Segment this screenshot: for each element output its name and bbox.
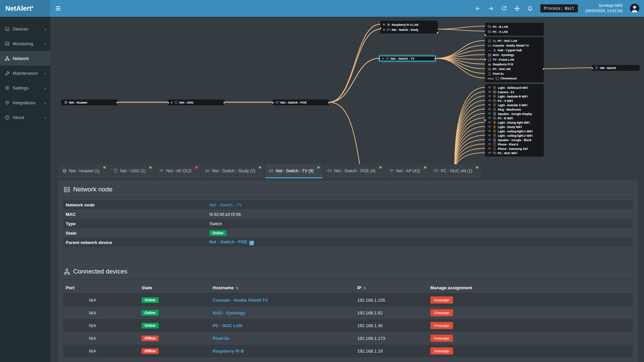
pan-move-button[interactable] [514,6,520,11]
minus-icon [488,49,491,52]
sidebar-item-monitoring[interactable]: Monitoring‹ [0,36,50,51]
topology-device-row[interactable]: Pixel-3a [485,71,543,76]
topology-device-row[interactable]: Light - bedside B WiFi [485,94,543,99]
parent-device-link[interactable]: Net - Switch - POE [209,239,247,244]
sort-icon[interactable]: ⇅ [235,286,238,290]
topology-device-row[interactable]: Console - Nvidia Shield TV [485,43,543,48]
sort-icon[interactable]: ⇅ [363,286,366,290]
notifications-bell-button[interactable] [527,6,533,11]
hostname-header[interactable]: Hostname⇅ [213,285,357,290]
sidebar-item-integrations[interactable]: Integrations‹ [0,95,50,110]
wifi-icon [488,108,491,111]
topology-device-row[interactable]: PC - NUC old [485,67,543,71]
refresh-button[interactable] [501,6,507,11]
ip-header[interactable]: IP⇅ [357,285,430,290]
sidebar-item-settings[interactable]: Settings‹ [0,80,50,95]
topology-device-row[interactable]: 3:Net - Switch - Study [381,27,437,32]
server-info: Synology-NAS (26/06/2024, 14:22:16) [585,3,623,14]
tab-net-usg[interactable]: Net - USG (1) [109,164,154,178]
topology-device-row[interactable]: PC - S LAN [485,29,543,34]
switch-icon [327,169,332,173]
tab-net-switch-poe[interactable]: Net - Switch - POE (4) [323,164,384,178]
topology-device-row[interactable]: Camera - E1 [485,90,543,94]
tab-pc-nuc-old[interactable]: PC - NUC old (1) [430,164,481,178]
topology-node-huawei[interactable]: Net - Huawei [61,100,117,105]
topology-node-usg[interactable]: 3:Net - USG [168,100,224,105]
hostname-link[interactable]: NAS - Synology [213,310,246,315]
node-label: PC - NUC old [493,67,511,71]
process-status-badge[interactable]: Process: Wait [540,4,578,12]
tab-net-ap[interactable]: Net - AP (42) [385,164,429,178]
sidebar-item-maintenance[interactable]: Maintenance‹ [0,66,50,80]
external-link-icon[interactable]: ↗ [249,241,254,245]
app-logo[interactable]: NetAlertx [0,0,50,17]
network-topology-canvas[interactable]: Net - Huawei3:Net - USGNet - Switch - PO… [50,17,644,164]
back-button[interactable] [475,6,481,11]
speaker-icon [493,138,496,142]
network-node-link[interactable]: Net - Switch - TV [209,202,242,207]
unassign-button[interactable]: Unassign [430,335,453,342]
topology-device-row[interactable]: Light - bedside S WiFi [485,103,543,107]
user-avatar[interactable] [630,4,639,13]
tab-net-ap-old[interactable]: Net - AP OLD [155,164,200,178]
topology-device-row[interactable]: Light - ceiling-light-1 WiFi [485,129,543,133]
node-label: PC - B WiFi [498,117,513,120]
hostname-link[interactable]: PC - NUC LAN [213,323,242,328]
topology-device-row[interactable]: Hub - Cygnet Hub [485,48,543,53]
node-label: Net - Switch - Study [392,28,419,32]
sidebar-item-devices[interactable]: Devices‹ [0,21,50,36]
manage-cell: Unassign [430,296,633,304]
topology-device-row[interactable]: Raspberry Pi B [485,62,543,67]
node-label: Phone - Pixel 6 [498,143,518,146]
topology-device-row[interactable]: Light - ceiling-light-2 WiFi [485,133,543,138]
tab-label: Net - AP (42) [396,169,420,173]
unassign-button[interactable]: Unassign [430,347,453,355]
connector [437,32,438,34]
unassign-button[interactable]: Unassign [430,309,453,316]
node-label: Net - Switch - TV [391,57,415,60]
topology-device-row[interactable]: NAS - Synology [485,53,543,57]
sidebar-item-network[interactable]: Network [0,51,50,66]
topology-device-row[interactable]: PC - NUC LAN [485,39,543,43]
tab-net-huawei[interactable]: Net - Huawei (1) [58,164,108,178]
topology-device-row[interactable]: PC - B LAN [485,24,543,29]
chart-icon [5,41,10,46]
state-cell: Online [142,310,213,316]
wifi-icon [488,142,491,146]
topology-device-row[interactable]: 5:Raspberry Pi 4 LAN [381,22,437,27]
state-cell: Online [142,323,213,328]
connector [380,27,381,29]
tab-label: PC - NUC old (1) [441,169,472,173]
unassign-button[interactable]: Unassign [430,296,453,304]
topology-node-switch-tv[interactable]: 4:Net - Switch - TV [379,56,436,61]
forward-button[interactable] [488,6,494,11]
port-header: Port [66,285,142,290]
unassign-button[interactable]: Unassign [430,322,453,329]
sidebar-toggle-button[interactable] [50,0,66,17]
topology-device-row[interactable]: TV - Frame LAN [485,57,543,62]
topology-device-row[interactable]: Light - Dining light WiFi [485,120,543,125]
topology-node-poe[interactable]: Net - Switch - POE [273,100,329,105]
topology-node-vm-nixos[interactable]: VM - NixOS [592,65,640,71]
topology-device-row[interactable]: PC - B WiFi [485,116,543,120]
topology-device-row[interactable]: Phone - Samsung S10 [485,146,543,151]
topology-device-row[interactable]: PC - S WiFi [485,99,543,103]
hostname-link[interactable]: Raspberry Pi B [213,349,244,354]
topology-device-row[interactable]: Speaker - Google - Black [485,138,543,142]
wifi-icon [488,151,491,155]
switch-icon [275,101,279,104]
bulb-icon [493,134,496,137]
tab-net-switch-tv[interactable]: Net - Switch - TV (9) [265,164,322,178]
topology-device-row[interactable]: Phone - Pixel 6 [485,142,543,146]
topology-device-row[interactable]: Light - Study WiFi [485,125,543,129]
node-label: Net - Switch - POE [280,101,307,104]
hostname-link[interactable]: Console - Nvidia Shield TV [213,298,268,303]
topology-device-row[interactable]: Speaker - Google Display [485,112,543,116]
topology-device-row[interactable]: PC - NUC WiFi [485,151,543,155]
topology-device-row[interactable]: NoneChromecast [485,76,543,81]
topology-device-row[interactable]: Plug - Washroom [485,107,543,112]
topology-device-row[interactable]: Light - Sideboard WiFi [485,85,543,90]
hostname-link[interactable]: Pixel-3a [213,336,229,341]
sidebar-item-about[interactable]: About‹ [0,110,50,125]
tab-net-switch-study[interactable]: Net - Switch - Study (2) [201,164,264,178]
